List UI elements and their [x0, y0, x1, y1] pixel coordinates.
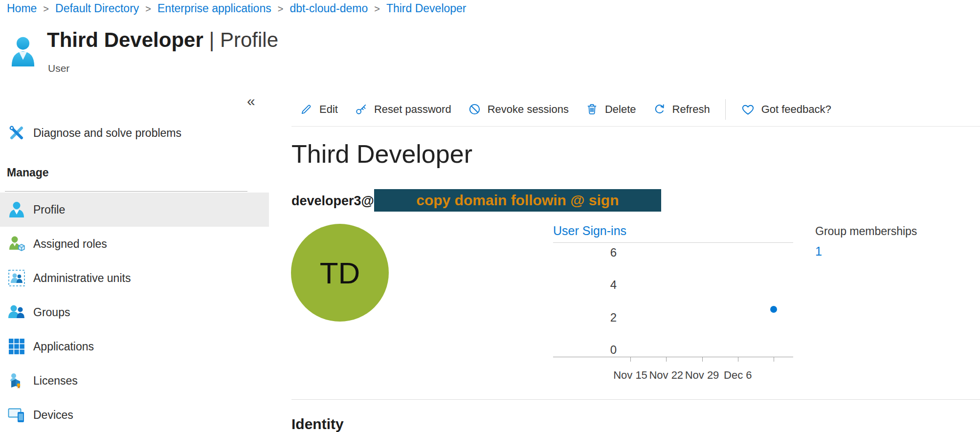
- sidebar-item-assigned-roles[interactable]: Assigned roles: [0, 227, 269, 261]
- devices-icon: [8, 406, 25, 424]
- toolbar-button-label: Revoke sessions: [488, 103, 569, 116]
- user-avatar-icon: [10, 36, 36, 67]
- sidebar-item-label: Profile: [33, 203, 65, 216]
- edit-pencil-icon: [300, 103, 313, 116]
- sidebar-item-devices[interactable]: Devices: [0, 398, 269, 432]
- administrative-units-icon: [8, 270, 25, 286]
- sidebar-item-licenses[interactable]: Licenses: [0, 364, 269, 398]
- chart-tick-mark: [666, 357, 667, 362]
- sidebar-item-label: Applications: [33, 340, 94, 353]
- identity-section-heading: Identity: [291, 416, 344, 432]
- sidebar-section-manage: Manage: [7, 166, 49, 179]
- chart-x-axis: [553, 357, 793, 357]
- breadcrumb-default-directory[interactable]: Default Directory: [55, 2, 139, 15]
- got-feedback-button[interactable]: Got feedback?: [733, 103, 840, 116]
- chart-y-tick-label: 2: [553, 311, 617, 324]
- chart-tick-mark: [774, 357, 774, 362]
- page-subtitle: User: [48, 63, 69, 74]
- user-sign-ins-chart: User Sign-ins 6420Nov 15Nov 22Nov 29Dec …: [553, 224, 793, 389]
- command-toolbar: Edit Reset password Revoke sessions Dele…: [291, 92, 980, 127]
- sidebar-item-label: Groups: [33, 306, 70, 319]
- sidebar-nav: Profile Assigned roles Administrative un…: [0, 193, 269, 432]
- breadcrumb-dbt-cloud-demo[interactable]: dbt-cloud-demo: [290, 2, 368, 15]
- refresh-icon: [653, 103, 666, 116]
- breadcrumb-enterprise-applications[interactable]: Enterprise applications: [157, 2, 271, 15]
- breadcrumb: Home > Default Directory > Enterprise ap…: [7, 2, 467, 15]
- breadcrumb-home[interactable]: Home: [7, 2, 37, 15]
- sidebar-item-profile[interactable]: Profile: [0, 193, 269, 227]
- page-title-separator: |: [209, 28, 214, 51]
- key-icon: [355, 103, 368, 116]
- chart-x-tick-label: Dec 6: [724, 369, 752, 382]
- avatar: TD: [291, 224, 389, 322]
- revoke-sessions-button[interactable]: Revoke sessions: [460, 103, 577, 116]
- redaction-overlay: copy domain followin @ sign: [374, 189, 661, 212]
- trash-icon: [585, 103, 599, 116]
- breadcrumb-third-developer[interactable]: Third Developer: [386, 2, 467, 15]
- sidebar-item-label: Licenses: [33, 374, 78, 388]
- applications-grid-icon: [8, 338, 25, 355]
- heart-icon: [741, 103, 755, 116]
- toolbar-separator: [725, 99, 726, 120]
- sidebar-item-label: Devices: [33, 409, 73, 422]
- chart-x-tick-label: Nov 15: [613, 369, 647, 382]
- sidebar-item-label: Diagnose and solve problems: [33, 127, 181, 140]
- sidebar-item-administrative-units[interactable]: Administrative units: [0, 261, 269, 295]
- sidebar-item-applications[interactable]: Applications: [0, 329, 269, 364]
- toolbar-button-label: Got feedback?: [761, 103, 831, 116]
- chart-y-tick-label: 4: [553, 279, 617, 291]
- chart-y-tick-label: 6: [553, 246, 617, 259]
- reset-password-button[interactable]: Reset password: [346, 103, 460, 116]
- profile-person-icon: [8, 201, 25, 218]
- user-display-name-heading: Third Developer: [291, 139, 472, 169]
- section-divider: [291, 399, 980, 400]
- page-title-name: Third Developer: [47, 28, 203, 51]
- toolbar-button-label: Delete: [605, 103, 636, 116]
- chevron-right-icon: >: [278, 2, 284, 15]
- chart-plot: 6420Nov 15Nov 22Nov 29Dec 6: [553, 243, 793, 389]
- sidebar-item-diagnose[interactable]: Diagnose and solve problems: [0, 122, 277, 144]
- chart-tick-mark: [630, 357, 631, 362]
- chart-tick-mark: [702, 357, 703, 362]
- page-title-suffix: Profile: [220, 28, 278, 51]
- group-memberships-count-link[interactable]: 1: [815, 244, 917, 259]
- chevron-right-icon: >: [43, 2, 49, 15]
- chart-title: User Sign-ins: [553, 224, 793, 243]
- licenses-icon: [8, 372, 25, 389]
- edit-button[interactable]: Edit: [291, 103, 346, 116]
- refresh-button[interactable]: Refresh: [645, 103, 718, 116]
- assigned-roles-icon: [8, 235, 25, 253]
- chart-x-tick-label: Nov 22: [649, 369, 683, 382]
- chevron-right-icon: >: [374, 2, 380, 15]
- toolbar-button-label: Refresh: [672, 103, 710, 116]
- chart-y-tick-label: 0: [553, 344, 617, 356]
- toolbar-button-label: Edit: [319, 103, 338, 116]
- page-title: Third Developer | Profile: [47, 28, 278, 52]
- delete-button[interactable]: Delete: [577, 103, 645, 116]
- toolbar-button-label: Reset password: [374, 103, 451, 116]
- sidebar-item-label: Administrative units: [33, 272, 131, 285]
- revoke-icon: [468, 103, 481, 116]
- chevron-right-icon: >: [145, 2, 151, 15]
- upn-prefix: developer3@: [291, 192, 374, 209]
- sidebar-collapse-button[interactable]: «: [247, 94, 255, 108]
- diagnose-icon: [8, 125, 25, 141]
- sidebar-divider: [5, 191, 247, 192]
- chart-x-tick-label: Nov 29: [685, 369, 719, 382]
- group-memberships-label: Group memberships: [815, 225, 917, 238]
- group-memberships: Group memberships 1: [815, 225, 917, 259]
- chart-data-point: [770, 306, 777, 313]
- sidebar-item-groups[interactable]: Groups: [0, 295, 269, 329]
- groups-icon: [8, 303, 25, 321]
- sidebar-item-label: Assigned roles: [33, 238, 107, 251]
- chart-tick-mark: [738, 357, 738, 362]
- user-principal-name: developer3@ copy domain followin @ sign: [291, 189, 661, 212]
